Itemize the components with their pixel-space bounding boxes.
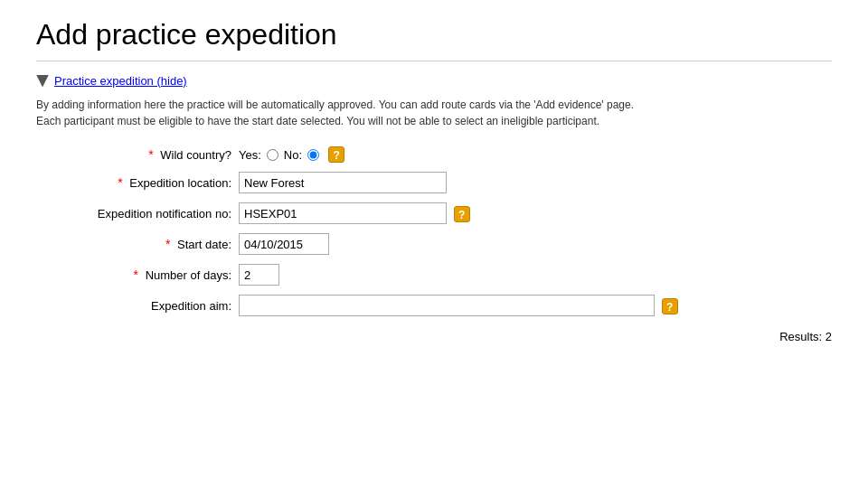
expedition-location-row: * Expedition location: xyxy=(36,167,832,198)
number-of-days-label-cell: * Number of days: xyxy=(36,259,235,290)
section-header: Practice expedition (hide) xyxy=(36,74,832,88)
expedition-location-label: Expedition location: xyxy=(129,176,231,190)
expedition-notification-input[interactable] xyxy=(239,202,447,224)
yes-label: Yes: xyxy=(239,148,261,162)
wild-country-label: Wild country? xyxy=(160,148,231,162)
expedition-aim-help-icon[interactable]: ? xyxy=(662,298,678,314)
expedition-notification-label: Expedition notification no: xyxy=(98,207,231,221)
wild-country-no-radio[interactable] xyxy=(307,149,319,161)
expedition-location-label-cell: * Expedition location: xyxy=(36,167,235,198)
results-label: Results: 2 xyxy=(779,330,832,343)
wild-country-help-icon[interactable]: ? xyxy=(328,146,344,163)
wild-country-input-cell: Yes: No: ? xyxy=(235,142,832,167)
toggle-icon xyxy=(36,75,49,88)
wild-country-label-cell: * Wild country? xyxy=(36,142,235,167)
expedition-location-input-cell xyxy=(235,167,832,198)
form-table: * Wild country? Yes: No: ? * Expedition … xyxy=(36,142,832,321)
expedition-aim-input-cell: ? xyxy=(235,290,832,321)
required-star-days: * xyxy=(134,267,138,282)
expedition-notification-label-cell: Expedition notification no: xyxy=(36,198,235,229)
number-of-days-label: Number of days: xyxy=(146,268,231,282)
expedition-aim-input[interactable] xyxy=(239,295,655,316)
expedition-notification-help-icon[interactable]: ? xyxy=(454,206,470,222)
expedition-aim-label-cell: Expedition aim: xyxy=(36,290,235,321)
start-date-label-cell: * Start date: xyxy=(36,229,235,259)
section-description: By adding information here the practice … xyxy=(36,97,832,129)
required-star-wild-country: * xyxy=(148,147,153,162)
start-date-row: * Start date: xyxy=(36,229,832,259)
number-of-days-input[interactable] xyxy=(239,264,279,286)
wild-country-radio-group: Yes: No: ? xyxy=(239,146,828,163)
no-label: No: xyxy=(284,148,302,162)
number-of-days-input-cell xyxy=(235,259,832,290)
number-of-days-row: * Number of days: xyxy=(36,259,832,290)
wild-country-yes-radio[interactable] xyxy=(267,149,278,161)
expedition-notification-input-cell: ? xyxy=(235,198,832,229)
expedition-location-input[interactable] xyxy=(239,172,447,193)
section-toggle-link[interactable]: Practice expedition (hide) xyxy=(54,74,187,88)
expedition-aim-label: Expedition aim: xyxy=(151,299,231,313)
required-star-location: * xyxy=(118,175,122,190)
required-star-start-date: * xyxy=(165,237,170,251)
results-line: Results: 2 xyxy=(36,330,832,343)
expedition-aim-row: Expedition aim: ? xyxy=(36,290,832,321)
expedition-notification-row: Expedition notification no: ? xyxy=(36,198,832,229)
wild-country-row: * Wild country? Yes: No: ? xyxy=(36,142,832,167)
start-date-label: Start date: xyxy=(177,238,231,251)
start-date-input[interactable] xyxy=(239,233,329,255)
page-title: Add practice expedition xyxy=(36,18,832,52)
start-date-input-cell xyxy=(235,229,832,259)
